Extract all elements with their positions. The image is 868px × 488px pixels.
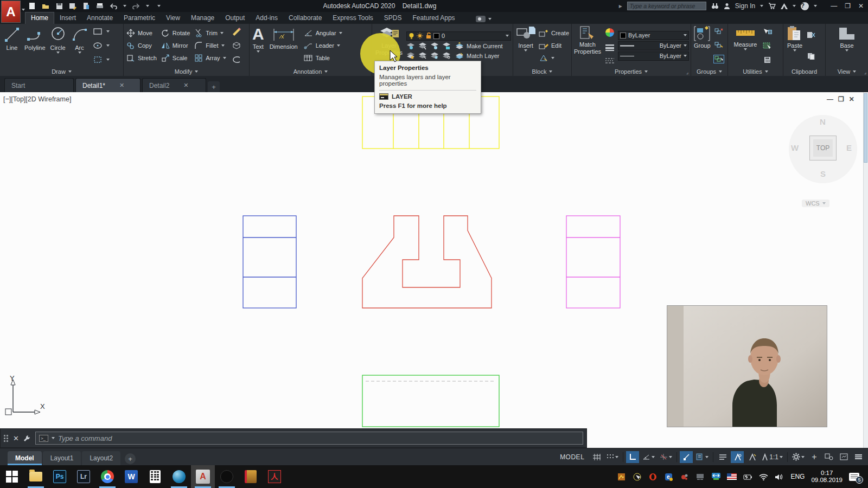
leader-button[interactable]: Leader xyxy=(302,40,343,52)
autodesk-exchange-icon[interactable] xyxy=(781,3,788,9)
close-tab-icon[interactable]: ✕ xyxy=(119,82,124,89)
taskbar-file-explorer[interactable] xyxy=(24,465,48,488)
panel-title-groups[interactable]: Groups xyxy=(691,67,727,76)
vertical-scrollbar[interactable] xyxy=(863,92,868,448)
tray-app1-icon[interactable] xyxy=(617,472,626,481)
close-tab-icon[interactable]: ✕ xyxy=(183,82,188,89)
file-tab-start[interactable]: Start xyxy=(4,78,74,92)
tab-parametric[interactable]: Parametric xyxy=(118,12,161,24)
new-layout-button[interactable]: + xyxy=(125,453,136,464)
paste-caret[interactable] xyxy=(793,49,796,52)
taskbar-chrome[interactable] xyxy=(95,465,119,488)
quick-select-icon[interactable] xyxy=(763,28,773,35)
help-caret[interactable] xyxy=(814,5,817,7)
linetype-dropdown[interactable]: ByLayer xyxy=(618,52,689,61)
layer-vpfreeze-icon[interactable] xyxy=(430,52,439,60)
object-snap-tracking-toggle[interactable] xyxy=(658,451,674,463)
save-as-icon[interactable] xyxy=(69,2,76,10)
side-view-blue[interactable] xyxy=(243,216,296,308)
panel-title-utilities[interactable]: Utilities xyxy=(728,67,783,76)
angular-button[interactable]: Angular xyxy=(302,28,343,39)
annotation-scale-button[interactable]: 1:1 xyxy=(760,451,784,463)
new-file-icon[interactable] xyxy=(28,2,36,10)
layer-unisolate-icon[interactable] xyxy=(406,52,415,60)
tab-home[interactable]: Home xyxy=(25,12,54,24)
object-color-dropdown[interactable]: ByLayer xyxy=(618,31,689,40)
cut-icon[interactable] xyxy=(806,31,816,38)
tab-annotate[interactable]: Annotate xyxy=(81,12,118,24)
language-indicator[interactable]: ENG xyxy=(790,473,805,480)
text-caret[interactable] xyxy=(257,50,260,53)
command-wrench-icon[interactable] xyxy=(23,434,31,442)
grid-toggle[interactable] xyxy=(590,451,603,463)
tray-teamviewer-icon[interactable] xyxy=(711,472,720,481)
create-block-button[interactable]: Create xyxy=(538,28,570,39)
group-selection-icon[interactable] xyxy=(713,55,724,63)
taskbar-winrar[interactable] xyxy=(239,465,263,488)
base-view-button[interactable]: Base xyxy=(835,24,859,67)
redo-icon[interactable] xyxy=(132,2,140,10)
layer-dropdown[interactable]: 0 xyxy=(406,31,511,41)
viewcube-north[interactable]: N xyxy=(820,117,826,126)
isolate-objects-button[interactable] xyxy=(822,451,835,463)
tray-e-icon[interactable]: e xyxy=(664,472,673,481)
tray-opera-icon[interactable] xyxy=(648,472,658,481)
exchange-caret[interactable] xyxy=(793,5,796,7)
scale-button[interactable]: Scale xyxy=(160,53,191,64)
tray-keyboard-flag-icon[interactable] xyxy=(727,473,737,480)
annotation-visibility-toggle[interactable] xyxy=(731,451,744,463)
close-button[interactable]: ✕ xyxy=(858,2,864,10)
tab-insert[interactable]: Insert xyxy=(54,12,81,24)
tab-express-tools[interactable]: Express Tools xyxy=(327,12,378,24)
group-button[interactable]: Group xyxy=(693,24,712,67)
customization-gear-button[interactable] xyxy=(790,451,806,463)
viewport-close-icon[interactable]: ✕ xyxy=(849,95,854,103)
layout-tab-layout1[interactable]: Layout1 xyxy=(43,451,81,465)
make-current-button[interactable]: Make Current xyxy=(454,42,504,50)
panel-title-annotation[interactable]: Annotation xyxy=(250,67,372,76)
sign-in-label[interactable]: Sign In xyxy=(735,2,755,10)
tab-add-ins[interactable]: Add-ins xyxy=(250,12,283,24)
viewport-minimize-icon[interactable]: — xyxy=(827,95,833,103)
color-dropdown-caret[interactable] xyxy=(684,34,687,36)
properties-launcher-icon[interactable]: ⌟ xyxy=(686,69,688,75)
layer-walk-icon[interactable] xyxy=(418,52,427,60)
copy-button[interactable]: Copy xyxy=(125,40,158,52)
search-expand-arrow[interactable]: ▸ xyxy=(619,2,622,10)
app-store-cart-icon[interactable] xyxy=(768,3,776,9)
viewcube-south[interactable]: S xyxy=(820,169,826,178)
viewport-restore-icon[interactable]: ❐ xyxy=(838,95,844,103)
undo-icon[interactable] xyxy=(110,2,117,10)
scrollbar-thumb[interactable] xyxy=(864,93,867,163)
match-properties-button[interactable]: Match Properties xyxy=(573,24,602,67)
undo-caret[interactable] xyxy=(123,5,126,7)
logo-menu-caret[interactable] xyxy=(22,9,25,11)
tray-plus-button[interactable]: + xyxy=(808,451,821,463)
circle-button[interactable]: Circle xyxy=(48,24,68,67)
tray-display-icon[interactable] xyxy=(695,472,705,481)
layer-unlock2-icon[interactable] xyxy=(442,52,451,60)
table-button[interactable]: Table xyxy=(302,53,343,64)
lineweight-dropdown-caret[interactable] xyxy=(684,44,687,47)
scale-caret[interactable] xyxy=(780,456,783,458)
quick-calculator-icon[interactable] xyxy=(763,56,773,63)
viewcube-top-face[interactable]: TOP xyxy=(809,136,837,160)
fillet-caret[interactable] xyxy=(221,44,225,47)
taskbar-recorder[interactable] xyxy=(167,465,191,488)
selection-cycling-toggle[interactable] xyxy=(716,451,729,463)
angular-caret[interactable] xyxy=(339,32,342,34)
layout-tab-model[interactable]: Model xyxy=(8,451,42,465)
side-view-magenta[interactable] xyxy=(566,216,620,308)
osnap-toggle[interactable] xyxy=(680,451,693,463)
panel-title-modify[interactable]: Modify xyxy=(124,67,249,76)
lineweight-dropdown[interactable]: ByLayer xyxy=(618,41,689,50)
tab-collaborate[interactable]: Collaborate xyxy=(283,12,327,24)
base-caret[interactable] xyxy=(845,49,848,52)
transfer-icon[interactable] xyxy=(82,2,90,10)
start-button[interactable] xyxy=(0,465,24,488)
ortho-toggle[interactable] xyxy=(626,451,639,463)
insert-caret[interactable] xyxy=(524,49,527,52)
line-button[interactable]: Line xyxy=(2,24,22,67)
search-binoculars-icon[interactable] xyxy=(711,3,719,9)
snap-toggle[interactable] xyxy=(605,451,620,463)
